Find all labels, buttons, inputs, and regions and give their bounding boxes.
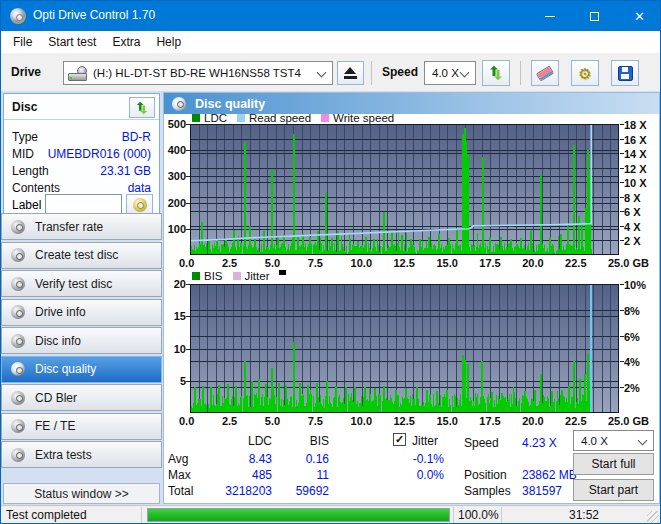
axis-tick <box>620 197 624 198</box>
sidebar-item-label: Verify test disc <box>35 277 112 291</box>
erase-disc-button[interactable] <box>531 60 559 86</box>
checkmark-icon: ✓ <box>395 433 404 446</box>
sidebar-item-label: Disc info <box>35 334 81 348</box>
test-speed-select[interactable]: 4.0 X <box>573 430 654 451</box>
menu-file[interactable]: File <box>5 31 40 53</box>
maximize-button[interactable] <box>572 1 617 31</box>
max-row-label: Max <box>168 468 191 482</box>
avg-bis-value: 0.16 <box>259 452 329 466</box>
position-stat-label: Position <box>464 468 507 482</box>
start-part-button[interactable]: Start part <box>573 479 654 501</box>
left-axis-label: 10 <box>160 343 186 355</box>
legend-item: BIS <box>192 270 223 282</box>
sidebar-item-verify-test-disc[interactable]: Verify test disc <box>1 270 162 297</box>
disc-mid-label: MID <box>12 147 34 161</box>
start-full-label: Start full <box>591 457 635 471</box>
minimize-icon <box>545 16 555 17</box>
avg-row-label: Avg <box>168 452 188 466</box>
refresh-speed-button[interactable] <box>482 60 510 86</box>
sidebar-item-transfer-rate[interactable]: Transfer rate <box>1 213 162 240</box>
sidebar-item-disc-info[interactable]: Disc info <box>1 327 162 354</box>
x-axis-label: 12.5 <box>394 257 415 269</box>
start-full-button[interactable]: Start full <box>573 453 654 475</box>
disc-length-row: Length 23.31 GB <box>12 164 151 178</box>
menu-start-test[interactable]: Start test <box>40 31 104 53</box>
disc-panel-title: Disc <box>12 100 37 114</box>
axis-tick <box>620 240 624 241</box>
disc-contents-label: Contents <box>12 181 60 195</box>
disc-contents-value: data <box>128 181 151 195</box>
samples-stat-label: Samples <box>464 484 511 498</box>
drive-select-value: (H:) HL-DT-ST BD-RE WH16NS58 TST4 <box>93 67 301 79</box>
disc-icon <box>11 220 25 234</box>
save-button[interactable] <box>611 60 639 86</box>
axis-tick <box>620 361 624 362</box>
legend-label: Write speed <box>333 112 394 124</box>
legend-swatch <box>192 272 200 280</box>
menu-help[interactable]: Help <box>148 31 189 53</box>
close-button[interactable]: ✕ <box>617 1 661 31</box>
sidebar-item-fe-te[interactable]: FE / TE <box>1 413 162 440</box>
sidebar-item-label: Disc quality <box>35 362 96 376</box>
position-stat-value: 23862 MB <box>522 468 577 482</box>
settings-button[interactable]: ⚙ <box>571 60 599 86</box>
x-axis-label: 25.0 GB <box>608 415 649 427</box>
status-window-button[interactable]: Status window >> <box>3 483 160 504</box>
disc-icon <box>11 248 25 262</box>
sidebar-item-cd-bler[interactable]: CD Bler <box>1 384 162 411</box>
axis-tick <box>620 182 624 183</box>
eject-button[interactable] <box>337 61 364 85</box>
save-icon <box>618 66 633 81</box>
x-axis-label: 2.5 <box>222 415 237 427</box>
left-axis-label: 5 <box>160 375 186 387</box>
x-axis-label: 10.0 <box>351 415 372 427</box>
minimize-button[interactable] <box>527 1 572 31</box>
legend-item: LDC <box>192 112 227 124</box>
jitter-checkbox[interactable]: ✓ <box>393 433 406 446</box>
drive-select[interactable]: (H:) HL-DT-ST BD-RE WH16NS58 TST4 <box>63 61 333 85</box>
sidebar-item-label: Transfer rate <box>35 220 103 234</box>
start-part-label: Start part <box>589 483 638 497</box>
speed-select-value: 4.0 X <box>432 67 459 79</box>
toolbar: Drive (H:) HL-DT-ST BD-RE WH16NS58 TST4 … <box>1 53 660 91</box>
sidebar-item-create-test-disc[interactable]: Create test disc <box>1 242 162 269</box>
right-axis-label: 8 X <box>624 192 641 204</box>
speed-select[interactable]: 4.0 X <box>424 61 476 85</box>
disc-label-input[interactable] <box>45 194 122 214</box>
right-axis-label: 6% <box>624 331 640 343</box>
x-axis-label: 17.5 <box>479 415 500 427</box>
sidebar-item-label: Create test disc <box>35 248 118 262</box>
axis-tick <box>620 284 624 285</box>
refresh-disc-button[interactable] <box>129 97 155 118</box>
legend-swatch <box>233 272 241 280</box>
title-bar: Opti Drive Control 1.70 ✕ <box>1 1 660 31</box>
left-axis-label: 100 <box>160 223 186 235</box>
sidebar-item-label: FE / TE <box>35 419 75 433</box>
sidebar-item-extra-tests[interactable]: Extra tests <box>1 441 162 468</box>
left-axis-label: 200 <box>160 197 186 209</box>
legend-label: LDC <box>204 112 227 124</box>
left-axis-label: 300 <box>160 170 186 182</box>
axis-tick <box>620 124 624 125</box>
axis-tick <box>620 226 624 227</box>
progress-percent: 100.0% <box>458 508 499 522</box>
max-bis-value: 11 <box>259 468 329 482</box>
resize-grip-icon[interactable] <box>647 511 659 523</box>
disc-quality-bis-chart <box>190 284 619 413</box>
sidebar-item-drive-info[interactable]: Drive info <box>1 299 162 326</box>
toolbar-separator <box>520 61 521 85</box>
refresh-icon <box>488 65 504 81</box>
legend-label: Read speed <box>249 112 311 124</box>
left-axis-label: 15 <box>160 310 186 322</box>
axis-tick <box>620 153 624 154</box>
disc-quality-ldc-chart <box>190 124 619 255</box>
sidebar-item-label: Drive info <box>35 305 86 319</box>
left-axis-label: 400 <box>160 144 186 156</box>
write-label-button[interactable] <box>126 194 153 215</box>
menu-extra[interactable]: Extra <box>104 31 148 53</box>
sidebar-item-disc-quality[interactable]: Disc quality <box>1 356 162 383</box>
cd-icon <box>133 198 147 212</box>
right-axis-label: 16 X <box>624 134 647 146</box>
chevron-down-icon <box>460 68 470 78</box>
avg-jitter-value: -0.1% <box>374 452 444 466</box>
